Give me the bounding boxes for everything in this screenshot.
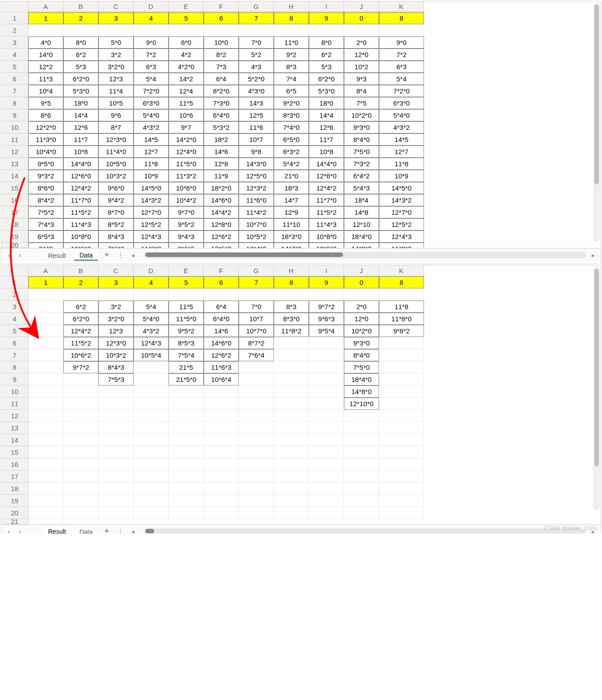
cell[interactable]: 9 <box>309 12 344 24</box>
cell[interactable]: 7*4*3 <box>28 218 63 230</box>
cell[interactable] <box>28 422 63 434</box>
cell[interactable] <box>169 458 204 470</box>
cell[interactable]: 12*2 <box>28 61 63 73</box>
vertical-scroll-thumb[interactable] <box>594 4 599 184</box>
horizontal-scrollbar[interactable] <box>144 528 586 534</box>
cell[interactable]: 6*2 <box>63 301 98 313</box>
cell[interactable] <box>274 495 309 507</box>
hscroll-right[interactable]: ▸ <box>589 251 597 259</box>
column-header-B[interactable]: B <box>63 1 98 12</box>
cell[interactable] <box>204 446 239 458</box>
cell[interactable]: 8*4*2 <box>28 194 63 206</box>
cell[interactable]: 4*3*2 <box>134 121 169 133</box>
cell[interactable]: 4*3 <box>239 61 274 73</box>
cell[interactable] <box>169 385 204 398</box>
row-header[interactable]: 15 <box>1 182 28 194</box>
cell[interactable] <box>309 507 344 519</box>
column-header-I[interactable]: I <box>309 266 344 276</box>
row-header[interactable]: 6 <box>1 337 28 349</box>
cell[interactable]: 10*7 <box>239 313 274 325</box>
horizontal-scroll-thumb[interactable] <box>145 529 154 533</box>
cell[interactable]: 7*0 <box>239 301 274 313</box>
cell[interactable] <box>98 519 134 524</box>
cell[interactable] <box>379 507 424 519</box>
tab-overflow-icon[interactable]: ⋮ <box>116 528 126 534</box>
cell[interactable] <box>98 446 134 458</box>
cell[interactable] <box>204 288 239 301</box>
cell[interactable]: 6*2 <box>309 49 344 61</box>
cell[interactable]: 14*4*2 <box>204 206 239 218</box>
cell[interactable]: 11*4*2 <box>239 206 274 218</box>
tab-result[interactable]: Result <box>43 250 71 260</box>
cell[interactable]: 6*3 <box>134 61 169 73</box>
row-header[interactable]: 20 <box>1 507 28 519</box>
cell[interactable]: 3*2*0 <box>98 61 134 73</box>
cell[interactable]: 6*4*0 <box>204 313 239 325</box>
cell[interactable]: 10*5 <box>98 97 134 109</box>
cell[interactable]: 12*7 <box>134 146 169 158</box>
row-header[interactable]: 2 <box>1 24 28 36</box>
add-sheet-button[interactable]: + <box>101 527 113 534</box>
cell[interactable]: 10*6*2 <box>309 243 344 248</box>
column-header-F[interactable]: F <box>204 266 239 276</box>
cell[interactable] <box>134 385 169 398</box>
cell[interactable]: 3 <box>98 276 134 288</box>
column-header-B[interactable]: B <box>63 266 98 276</box>
cell[interactable]: 10*8*0 <box>309 230 344 243</box>
row-header[interactable]: 11 <box>1 133 28 146</box>
cell[interactable]: 7*3 <box>204 61 239 73</box>
cell[interactable]: 14*7 <box>274 194 309 206</box>
cell[interactable]: 4*2 <box>169 49 204 61</box>
row-header[interactable]: 8 <box>1 97 28 109</box>
cell[interactable] <box>309 337 344 349</box>
grid-bottom[interactable]: ABCDEFGHIJK 123456789086*23*25*411*56*47… <box>28 266 601 524</box>
row-header[interactable]: 20 <box>1 243 28 248</box>
cell[interactable]: 8*7*0 <box>98 206 134 218</box>
cell[interactable]: 12*3 <box>98 325 134 337</box>
cell[interactable] <box>274 422 309 434</box>
cell[interactable] <box>169 422 204 434</box>
cell[interactable]: 6*5 <box>274 85 309 97</box>
cell[interactable] <box>28 301 63 313</box>
cell[interactable]: 14*4*0 <box>309 158 344 170</box>
cell[interactable]: 11*8*0 <box>134 243 169 248</box>
cell[interactable] <box>134 470 169 483</box>
cell[interactable]: 14*0 <box>28 49 63 61</box>
cell[interactable]: 14*8*0 <box>344 243 379 248</box>
cell[interactable] <box>28 446 63 458</box>
cell[interactable]: 18*0 <box>63 97 98 109</box>
cell[interactable] <box>239 361 274 373</box>
cell[interactable] <box>309 361 344 373</box>
cell[interactable]: 12*7*0 <box>134 206 169 218</box>
cell[interactable] <box>98 422 134 434</box>
cell[interactable]: 9*5 <box>28 97 63 109</box>
hscroll-left[interactable]: ◂ <box>129 251 137 259</box>
cell[interactable]: 6*3*0 <box>134 97 169 109</box>
cell[interactable]: 10*3*2 <box>98 170 134 182</box>
row-header[interactable]: 19 <box>1 230 28 243</box>
cell[interactable] <box>274 24 309 36</box>
vertical-scrollbar[interactable] <box>593 267 600 510</box>
cell[interactable]: 12*9 <box>274 206 309 218</box>
cell[interactable] <box>379 470 424 483</box>
cell[interactable]: 8 <box>274 276 309 288</box>
cell[interactable]: 11*9 <box>204 170 239 182</box>
cell[interactable] <box>169 519 204 524</box>
cell[interactable]: 10*9 <box>134 170 169 182</box>
cell[interactable] <box>274 483 309 495</box>
cell[interactable] <box>239 470 274 483</box>
cell[interactable] <box>309 349 344 361</box>
grid-top[interactable]: ABCDEFGHIJK 123456789084*08*05*09*06*010… <box>28 1 601 248</box>
cell[interactable]: 12*6*0 <box>309 170 344 182</box>
cell[interactable]: 8 <box>274 12 309 24</box>
cell[interactable]: 5*3*0 <box>309 85 344 97</box>
cell[interactable] <box>309 446 344 458</box>
column-header-I[interactable]: I <box>309 1 344 12</box>
cell[interactable]: 14*3 <box>239 97 274 109</box>
cell[interactable] <box>344 507 379 519</box>
cell[interactable]: 10*6*0 <box>169 182 204 194</box>
cell[interactable]: 5*2*0 <box>239 73 274 85</box>
cell[interactable] <box>169 434 204 446</box>
cell[interactable]: 11*3*0 <box>28 133 63 146</box>
cell[interactable]: 7*4*0 <box>274 121 309 133</box>
